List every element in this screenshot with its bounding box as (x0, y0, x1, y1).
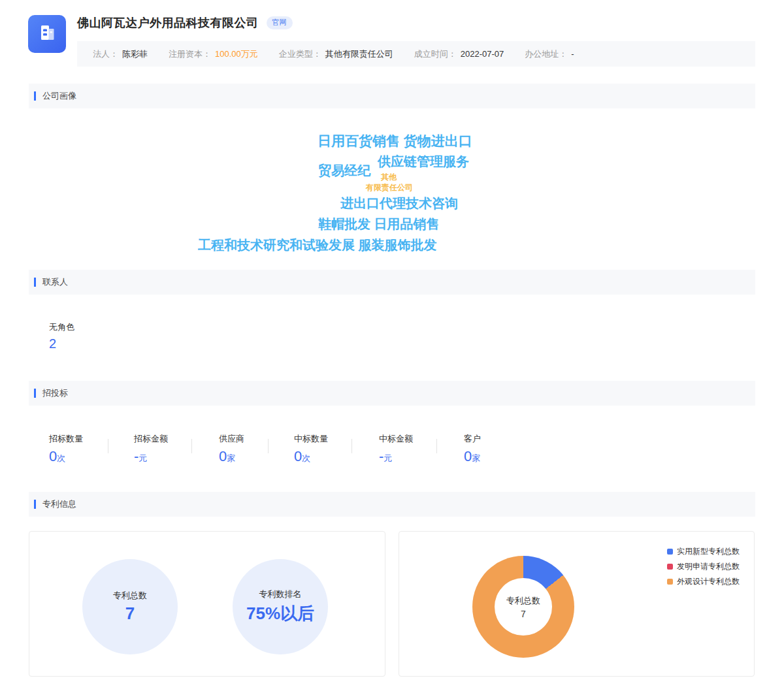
stat-divider (268, 439, 269, 453)
patent-total-circle: 专利总数 7 (82, 559, 178, 654)
patent-chart-card: 专利总数 7 实用新型专利总数 发明申请专利总数 外观设计专利总数 (399, 531, 755, 677)
section-header-contacts: 联系人 (29, 270, 755, 295)
legend-item-utility[interactable]: 实用新型专利总数 (667, 546, 740, 557)
patent-summary-card: 专利总数 7 专利数排名 75%以后 (29, 531, 385, 677)
wordcloud-tag: 贸易经纪 (318, 162, 370, 180)
wordcloud-tag: 供应链管理服务 (378, 153, 469, 170)
wordcloud-tag: 其他 (381, 172, 397, 183)
legend-swatch (667, 549, 673, 555)
section-header-portrait: 公司画像 (29, 84, 755, 108)
stat-divider (351, 439, 352, 453)
stat-win-amount: 中标金额 -元 (379, 433, 413, 465)
section-accent-bar (34, 278, 36, 287)
section-accent-bar (34, 389, 36, 398)
stat-divider (436, 439, 437, 453)
patent-rank-circle: 专利数排名 75%以后 (233, 559, 328, 654)
section-title: 招投标 (42, 387, 68, 399)
wordcloud-tag: 进出口代理技术咨询 (340, 195, 458, 212)
stat-divider (191, 439, 192, 453)
company-profile-page: 佛山阿瓦达户外用品科技有限公司 官网 法人：陈彩菲 注册资本：100.00万元 … (0, 0, 784, 693)
info-company-type: 企业类型：其他有限责任公司 (279, 48, 393, 60)
stat-win-count: 中标数量 0次 (294, 433, 328, 465)
section-header-patents: 专利信息 (29, 492, 755, 517)
info-legal-person: 法人：陈彩菲 (93, 48, 148, 60)
section-title: 公司画像 (42, 90, 76, 102)
contact-role-label: 无角色 (49, 321, 74, 333)
section-accent-bar (34, 500, 36, 509)
section-title: 专利信息 (42, 498, 76, 510)
wordcloud-tag: 有限责任公司 (366, 182, 413, 193)
title-row: 佛山阿瓦达户外用品科技有限公司 官网 (77, 14, 293, 31)
legend-swatch (667, 564, 673, 570)
wordcloud-tag: 工程和技术研究和试验发展 服装服饰批发 (198, 236, 437, 254)
patent-chart-legend: 实用新型专利总数 发明申请专利总数 外观设计专利总数 (667, 546, 740, 591)
stat-tender-count: 招标数量 0次 (49, 433, 83, 465)
info-registered-capital: 注册资本：100.00万元 (169, 48, 258, 60)
wordcloud-tag: 鞋帽批发 日用品销售 (318, 216, 440, 233)
company-logo (28, 15, 66, 53)
info-founding-date: 成立时间：2022-07-07 (414, 48, 504, 60)
section-title: 联系人 (42, 276, 68, 288)
company-name: 佛山阿瓦达户外用品科技有限公司 (77, 15, 259, 31)
legend-item-invention[interactable]: 发明申请专利总数 (667, 561, 740, 572)
company-portrait-wordcloud: 日用百货销售 货物进出口 贸易经纪 供应链管理服务 其他 有限责任公司 进出口代… (0, 108, 784, 270)
legend-item-design[interactable]: 外观设计专利总数 (667, 576, 740, 587)
company-info-bar: 法人：陈彩菲 注册资本：100.00万元 企业类型：其他有限责任公司 成立时间：… (77, 41, 755, 67)
section-accent-bar (34, 91, 36, 101)
patent-donut-ring: 专利总数 7 (472, 556, 574, 658)
official-site-badge[interactable]: 官网 (267, 16, 293, 29)
info-office-address: 办公地址：- (525, 48, 574, 60)
wordcloud-tag: 日用百货销售 货物进出口 (318, 132, 472, 150)
section-header-bidding: 招投标 (29, 381, 755, 406)
building-icon (36, 22, 58, 46)
stat-customers: 客户 0家 (464, 433, 481, 465)
contact-role-stat: 无角色 2 (49, 321, 74, 351)
stat-divider (108, 439, 108, 453)
stat-tender-amount: 招标金额 -元 (134, 433, 168, 465)
legend-swatch (667, 579, 673, 585)
contact-role-count[interactable]: 2 (49, 336, 74, 351)
patent-donut-center: 专利总数 7 (495, 578, 552, 636)
stat-suppliers: 供应商 0家 (219, 433, 244, 465)
